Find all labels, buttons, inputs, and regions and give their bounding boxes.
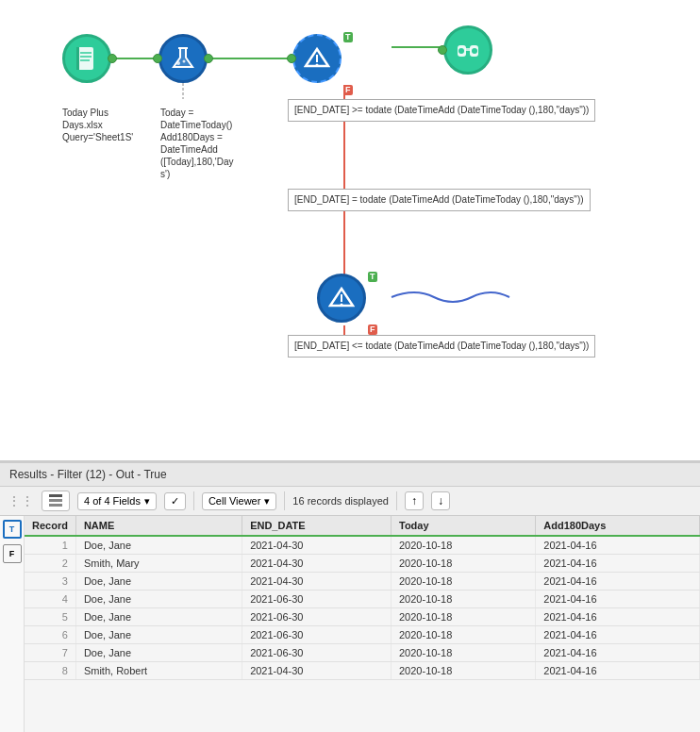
results-table-container[interactable]: Record NAME END_DATE Today Add180Days 1 … [25,516,700,732]
sidebar-t-icon[interactable]: T [3,520,22,539]
filter1-input-connector [287,54,296,63]
checkmark-button[interactable]: ✓ [164,492,186,510]
cell-name: Doe, Jane [75,608,242,626]
svg-rect-22 [465,48,471,51]
table-row: 2 Smith, Mary 2021-04-30 2020-10-18 2021… [25,555,700,573]
table-view-button[interactable] [42,491,70,511]
cell-end-date: 2021-04-30 [242,662,392,680]
sort-down-button[interactable]: ↓ [431,491,450,510]
svg-point-23 [458,48,464,54]
cell-add180: 2021-04-16 [536,591,700,608]
cell-add180: 2021-04-16 [536,644,700,662]
col-record: Record [25,516,75,536]
table-row: 1 Doe, Jane 2021-04-30 2020-10-18 2021-0… [25,536,700,555]
flask-node[interactable] [158,34,208,83]
fields-dropdown[interactable]: 4 of 4 Fields ▾ [77,492,157,510]
cell-today: 2020-10-18 [392,573,536,591]
cell-add180: 2021-04-16 [536,573,700,591]
cell-viewer-dropdown[interactable]: Cell Viewer ▾ [202,492,276,510]
cell-name: Doe, Jane [75,644,242,662]
sidebar-f-icon[interactable]: F [3,544,22,563]
col-end-date: END_DATE [242,516,392,536]
cell-record: 5 [25,608,75,626]
filter2-node[interactable]: T F [317,274,366,323]
svg-point-24 [472,48,477,54]
table-row: 6 Doe, Jane 2021-06-30 2020-10-18 2021-0… [25,626,700,644]
table-row: 3 Doe, Jane 2021-04-30 2020-10-18 2021-0… [25,573,700,591]
chevron-down-icon: ▾ [144,495,150,507]
records-count: 16 records displayed [292,495,389,507]
binoculars-input-connector [438,45,447,55]
svg-rect-27 [49,504,62,507]
cell-name: Doe, Jane [75,591,242,608]
cell-add180: 2021-04-16 [536,536,700,555]
results-header: Results - Filter (12) - Out - True [0,462,700,487]
results-toolbar: ⋮⋮ 4 of 4 Fields ▾ ✓ Cell Viewer ▾ 16 re… [0,487,700,516]
binoculars-icon [443,25,492,75]
results-body: T F Record NAME END_DATE Today Add180Day… [0,516,700,732]
cell-add180: 2021-04-16 [536,555,700,573]
filter1-icon [292,34,342,83]
table-row: 4 Doe, Jane 2021-06-30 2020-10-18 2021-0… [25,591,700,608]
cell-name: Doe, Jane [75,573,242,591]
cell-end-date: 2021-06-30 [242,626,392,644]
svg-point-16 [316,64,319,67]
condition-box-3: [END_DATE] <= todate (DateTimeAdd (DateT… [288,335,595,358]
svg-rect-26 [49,499,62,502]
book-output-connector [108,54,117,63]
cell-name: Smith, Robert [75,662,242,680]
binoculars-node[interactable] [443,25,492,75]
svg-point-13 [183,60,186,63]
cell-record: 6 [25,626,75,644]
cell-today: 2020-10-18 [392,644,536,662]
table-body: 1 Doe, Jane 2021-04-30 2020-10-18 2021-0… [25,536,700,680]
cell-end-date: 2021-06-30 [242,591,392,608]
table-row: 5 Doe, Jane 2021-06-30 2020-10-18 2021-0… [25,608,700,626]
book-icon [62,34,111,83]
flask-output-connector [204,54,213,63]
filter2-icon [317,274,366,323]
cell-add180: 2021-04-16 [536,608,700,626]
cell-add180: 2021-04-16 [536,662,700,680]
drag-handle[interactable]: ⋮⋮ [8,493,34,508]
col-add180: Add180Days [536,516,700,536]
book-node[interactable] [62,34,111,83]
flask-input-connector [153,54,162,63]
cell-name: Smith, Mary [75,555,242,573]
cell-record: 8 [25,662,75,680]
formula-label: Today = DateTimeToday() Add180Days = Dat… [160,94,234,180]
cell-record: 2 [25,555,75,573]
cell-today: 2020-10-18 [392,626,536,644]
condition-box-1: [END_DATE] >= todate (DateTimeAdd (DateT… [288,99,595,122]
cell-record: 1 [25,536,75,555]
flask-icon [158,34,208,83]
book-node-label: Today Plus Days.xlsx Query='Sheet1S' [62,94,133,143]
cell-add180: 2021-04-16 [536,626,700,644]
results-panel: Results - Filter (12) - Out - True ⋮⋮ 4 … [0,462,700,732]
table-icon [48,493,63,508]
condition-box-2: [END_DATE] = todate (DateTimeAdd (DateTi… [288,189,591,211]
cell-today: 2020-10-18 [392,608,536,626]
cell-today: 2020-10-18 [392,536,536,555]
cell-today: 2020-10-18 [392,591,536,608]
cell-end-date: 2021-04-30 [242,573,392,591]
cell-end-date: 2021-06-30 [242,644,392,662]
divider-1 [193,491,194,510]
cell-end-date: 2021-04-30 [242,536,392,555]
divider-3 [396,491,397,510]
svg-point-12 [176,61,180,65]
sort-up-button[interactable]: ↑ [405,491,424,510]
col-name: NAME [75,516,242,536]
cell-record: 4 [25,591,75,608]
cell-name: Doe, Jane [75,626,242,644]
cell-name: Doe, Jane [75,536,242,555]
table-header-row: Record NAME END_DATE Today Add180Days [25,516,700,536]
svg-rect-25 [49,494,62,497]
cell-end-date: 2021-06-30 [242,608,392,626]
table-row: 7 Doe, Jane 2021-06-30 2020-10-18 2021-0… [25,644,700,662]
cell-record: 7 [25,644,75,662]
results-table: Record NAME END_DATE Today Add180Days 1 … [25,516,700,680]
filter1-node[interactable]: T F [292,34,342,83]
cell-record: 3 [25,573,75,591]
workflow-canvas: Today Plus Days.xlsx Query='Sheet1S' Tod… [0,0,700,462]
